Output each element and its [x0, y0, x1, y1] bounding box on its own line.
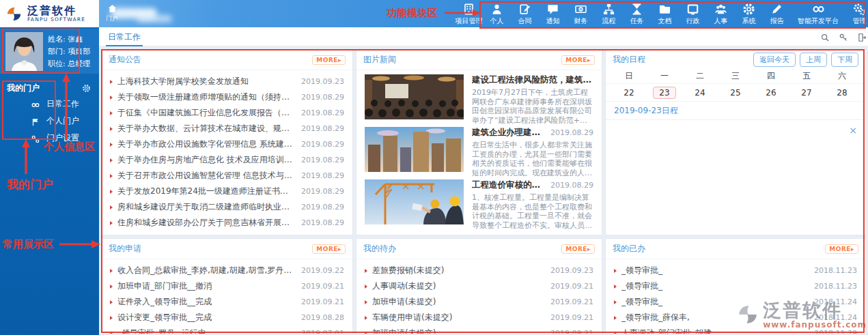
item-date: 2019.08.29	[301, 124, 344, 133]
news-list: 建设工程法律风险防范，建筑行业转型升级之路沙龙活动2019年7月27日下午，土筑…	[356, 70, 602, 227]
application-item[interactable]: 收入合同_总裁审批_李婷,胡建,胡建,胡雪,罗丹,李华,柳琳,罗毅,...201…	[102, 263, 352, 278]
done-item[interactable]: _领导审批_2018.11.24	[606, 294, 865, 310]
news-title: 建设工程法律风险防范，建筑行业转型升级之路沙龙活动	[472, 74, 593, 86]
notice-item[interactable]: 关于召开市政公用设施智慧化管理 信息技术与应用培训班的通知2019.08.29	[102, 168, 352, 184]
notice-item[interactable]: 关于发放2019年第24批一级建造师注册证书的通知2019.08.29	[102, 184, 352, 199]
more-button[interactable]: MORE▸	[561, 55, 595, 65]
item-text: 加班申请_部门审批__撤消	[117, 280, 301, 292]
module-management[interactable]: 管理	[845, 3, 868, 25]
application-item[interactable]: 设计变更_领导审批__完成2019.08.28	[102, 310, 352, 325]
panel-news: 图片新闻 MORE▸ 建设工程法律风险防范，建筑行业转型升级之路沙龙活动2019…	[356, 49, 602, 235]
item-text: 加班申请(未提交)	[372, 327, 550, 334]
more-button[interactable]: MORE▸	[561, 244, 595, 254]
todo-item[interactable]: 差旅费报销(未提交)2019.09.23	[356, 263, 602, 278]
item-text: 加班申请(未提交)	[372, 296, 550, 308]
item-date: 2018.11.23	[814, 282, 857, 291]
chain-icon	[31, 134, 40, 143]
sidebar-item-personal-portal[interactable]: 个人门户	[0, 113, 99, 130]
application-item[interactable]: _领导审批_罗丹,_运行中2019.07.01	[102, 325, 352, 334]
news-photo	[365, 179, 464, 224]
portal-settings-gear[interactable]	[82, 83, 91, 91]
more-button[interactable]: MORE▸	[312, 55, 346, 65]
bullet-icon	[110, 300, 113, 304]
more-button[interactable]: MORE▸	[825, 244, 858, 254]
module-contract[interactable]: 合同	[511, 3, 539, 25]
done-item[interactable]: _领导审批_2018.11.23	[606, 278, 865, 294]
weekday-label: 日	[611, 70, 647, 82]
module-document[interactable]: 文档	[651, 3, 679, 25]
prev-week-button[interactable]: 上周	[800, 53, 827, 67]
module-label: 管理	[853, 18, 867, 25]
module-notice[interactable]: 通知	[539, 3, 567, 25]
calendar-date[interactable]: 24	[682, 87, 718, 98]
flag-icon	[31, 117, 40, 126]
logout-icon[interactable]	[857, 32, 867, 42]
calendar-date[interactable]: 28	[824, 87, 860, 98]
portal-section-header: 我的门户	[0, 81, 99, 96]
module-personal[interactable]: 个人	[483, 3, 511, 25]
news-item[interactable]: 建设工程法律风险防范，建筑行业转型升级之路沙龙活动2019年7月27日下午，土筑…	[365, 74, 593, 122]
module-system[interactable]: 系统	[735, 3, 763, 25]
sidebar-item-portal-settings[interactable]: 门户设置	[0, 130, 99, 147]
module-label: 人事	[714, 18, 728, 25]
day-schedule-content: ×	[606, 120, 865, 188]
module-dev-platform[interactable]: 智能开发平台	[791, 3, 845, 25]
panel-title: 图片新闻	[363, 54, 396, 65]
more-button[interactable]: MORE▸	[312, 244, 346, 254]
notice-item[interactable]: 于征集《中国建筑施工行业信息化发展报告（2014）—BIM应用与发...2019…	[102, 105, 352, 121]
avatar	[5, 32, 43, 71]
module-finance[interactable]: 财务	[567, 3, 595, 25]
item-date: 2019.08.28	[301, 313, 344, 322]
module-task[interactable]: 任务	[623, 3, 651, 25]
next-week-button[interactable]: 下周	[831, 53, 858, 67]
news-text: 工程造价审核的要点2019.08.291、核准工程量。工程量是编制决算最基本的内…	[472, 179, 593, 227]
news-item[interactable]: 工程造价审核的要点2019.08.291、核准工程量。工程量是编制决算最基本的内…	[365, 179, 593, 227]
module-hr[interactable]: 人事	[707, 3, 735, 25]
done-item[interactable]: 人事调动_部门审批_胡建,2018.11.29	[606, 325, 865, 334]
notice-item[interactable]: 房和城乡建设厅关于取消二级建造师临时执业证书的公告2019.08.29	[102, 199, 352, 215]
notice-item[interactable]: 关于举办市政公用设施数字化管理信息 系统建设与应用培训班的通知2019.08.2…	[102, 136, 352, 152]
notice-item[interactable]: 关于举办住房与房地产信息化 技术及应用培训班的通知2019.08.29	[102, 152, 352, 168]
application-item[interactable]: 证件录入_领导审批__完成2019.09.21	[102, 294, 352, 310]
calendar-date-selected[interactable]: 23	[647, 87, 682, 99]
close-icon[interactable]: ×	[849, 126, 857, 135]
calendar-date[interactable]: 27	[789, 87, 824, 98]
module-label: 任务	[630, 18, 644, 25]
module-project-management[interactable]: 项目管理	[455, 3, 483, 25]
key-icon[interactable]	[839, 32, 848, 42]
tab-daily-work[interactable]: 日常工作	[106, 27, 143, 46]
item-text: 房和城乡建设厅关于取消二级建造师临时执业证书的公告	[117, 201, 301, 213]
todo-item[interactable]: 车辆使用申请(未提交)2019.09.21	[356, 310, 602, 325]
notice-item[interactable]: 关于领取一级注册建造师增项贴的通知（须持一建证书前来领取）2019.08.29	[102, 89, 352, 105]
module-process[interactable]: 流程	[595, 3, 623, 25]
home-portal-button[interactable]: 门户	[100, 3, 124, 23]
calendar-date[interactable]: 26	[753, 87, 789, 98]
sidebar-menu: 日常工作个人门户门户设置	[0, 96, 99, 147]
item-text: 关于举办住房与房地产信息化 技术及应用培训班的通知	[117, 154, 301, 166]
item-text: 上海科技大学附属学校奖金发放通知	[117, 76, 301, 87]
module-admin[interactable]: 行政	[679, 3, 707, 25]
module-label: 文档	[658, 18, 672, 25]
news-item[interactable]: 建筑企业办理建筑资质需要注意哪些细节2019.08.29在日常生活中，很多人都非…	[365, 127, 593, 175]
calendar-date[interactable]: 22	[611, 87, 647, 98]
flowchart-icon	[602, 3, 615, 16]
notice-item[interactable]: 关于举办大数据、云计算技术在城市建设、规划、管理与服务中的应...2019.08…	[102, 121, 352, 136]
application-item[interactable]: 加班申请_部门审批__撤消2019.09.21	[102, 278, 352, 294]
notice-item[interactable]: 住房和城乡建设部办公厅关于同意吉林省开展二级建造师注册证书电...2019.08…	[102, 215, 352, 231]
todo-item[interactable]: 人事调动(未提交)2019.09.21	[356, 278, 602, 294]
sidebar-item-label: 日常工作	[46, 98, 79, 110]
back-to-today-button[interactable]: 返回今天	[753, 53, 796, 67]
search-icon[interactable]	[820, 32, 830, 42]
tab-bar: 日常工作	[99, 27, 868, 46]
calendar-date[interactable]: 25	[718, 87, 753, 98]
infinity-icon	[812, 3, 825, 16]
todo-list: 差旅费报销(未提交)2019.09.23人事调动(未提交)2019.09.21加…	[356, 259, 602, 334]
done-item[interactable]: _领导审批_2018.11.23	[606, 263, 865, 278]
module-report[interactable]: 报告	[763, 3, 791, 25]
item-text: 设计变更_领导审批__完成	[117, 312, 301, 323]
todo-item[interactable]: 加班申请(未提交)2019.09.21	[356, 325, 602, 334]
done-item[interactable]: _领导审批_薛保丰,2018.11.24	[606, 310, 865, 325]
notice-item[interactable]: 上海科技大学附属学校奖金发放通知2019.09.23	[102, 74, 352, 89]
sidebar-item-daily-work[interactable]: 日常工作	[0, 96, 99, 113]
todo-item[interactable]: 加班申请(未提交)2019.09.21	[356, 294, 602, 310]
